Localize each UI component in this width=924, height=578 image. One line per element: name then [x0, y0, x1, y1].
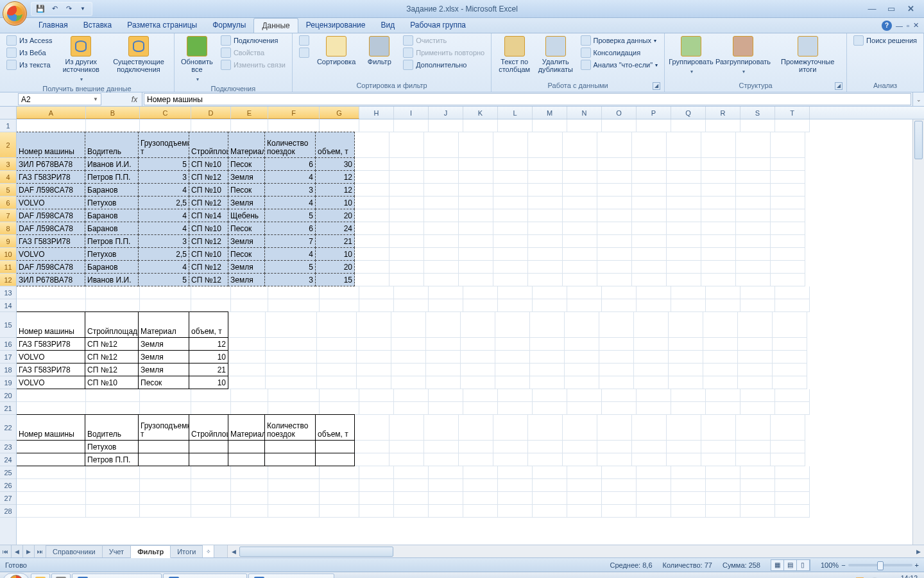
cell[interactable]: [597, 415, 632, 441]
cell[interactable]: [391, 351, 426, 363]
remove-duplicates-button[interactable]: Удалить дубликаты: [536, 35, 575, 74]
save-icon[interactable]: 💾: [35, 4, 46, 14]
cell[interactable]: [389, 441, 424, 453]
cell[interactable]: 10: [189, 350, 228, 363]
cell[interactable]: Материал: [228, 132, 265, 158]
cell[interactable]: [602, 389, 637, 402]
cell[interactable]: [86, 389, 140, 402]
cell[interactable]: [563, 453, 597, 466]
cell[interactable]: [268, 505, 320, 518]
cell[interactable]: [389, 261, 424, 274]
cell[interactable]: [563, 261, 597, 274]
cell[interactable]: [528, 132, 563, 158]
cell[interactable]: СП №10: [189, 247, 228, 261]
cell[interactable]: [706, 286, 740, 299]
cell[interactable]: [602, 402, 637, 415]
cell[interactable]: [320, 402, 359, 415]
cell[interactable]: 4: [264, 196, 316, 209]
cell[interactable]: Материал: [228, 414, 265, 441]
cell[interactable]: [530, 312, 565, 338]
cell[interactable]: [17, 402, 86, 415]
cell[interactable]: [495, 363, 530, 376]
cell[interactable]: ГАЗ Г583РИ78: [17, 363, 85, 376]
cell[interactable]: 6: [264, 222, 316, 235]
cell[interactable]: [736, 441, 771, 453]
cell[interactable]: [355, 415, 389, 441]
cell[interactable]: [86, 299, 140, 312]
cell[interactable]: [701, 453, 736, 466]
minimize-icon[interactable]: —: [865, 4, 879, 13]
cell[interactable]: [771, 222, 805, 235]
cell[interactable]: [775, 492, 810, 505]
row-header[interactable]: 24: [0, 453, 16, 466]
cell[interactable]: [459, 197, 493, 209]
cell[interactable]: [597, 209, 632, 222]
cell[interactable]: [671, 286, 706, 299]
consolidate-button[interactable]: Консолидация: [578, 47, 661, 58]
cell[interactable]: Петухов: [85, 196, 139, 209]
cell[interactable]: VOLVO: [17, 196, 85, 209]
cell[interactable]: [740, 402, 775, 415]
cell[interactable]: [268, 389, 320, 402]
cell[interactable]: [424, 184, 459, 197]
cell[interactable]: [738, 376, 773, 389]
cell[interactable]: 15: [315, 273, 355, 286]
cell[interactable]: [389, 248, 424, 261]
cell[interactable]: [140, 389, 191, 402]
cell[interactable]: [459, 184, 493, 197]
cell[interactable]: [391, 363, 426, 376]
cell[interactable]: [597, 158, 632, 171]
cell[interactable]: [563, 171, 597, 184]
column-header[interactable]: B: [86, 107, 140, 119]
cell[interactable]: [86, 402, 140, 415]
cell[interactable]: [637, 286, 671, 299]
cell[interactable]: [775, 299, 810, 312]
close-icon[interactable]: ✕: [903, 4, 918, 13]
cell[interactable]: [461, 363, 495, 376]
row-header[interactable]: 28: [0, 505, 16, 518]
column-header[interactable]: R: [706, 107, 740, 119]
cell[interactable]: [667, 235, 701, 248]
cell[interactable]: [429, 466, 463, 479]
tab-Вид[interactable]: Вид: [373, 18, 402, 33]
cell[interactable]: [775, 119, 810, 132]
cell[interactable]: [602, 466, 637, 479]
row-header[interactable]: 14: [0, 299, 16, 312]
cell[interactable]: [495, 351, 530, 363]
cell[interactable]: Стройплощадка: [189, 132, 228, 158]
cell[interactable]: [357, 376, 391, 389]
cell[interactable]: [268, 492, 320, 505]
column-header[interactable]: S: [740, 107, 775, 119]
cell[interactable]: [86, 286, 140, 299]
cell[interactable]: [567, 402, 602, 415]
cell[interactable]: 12: [315, 183, 355, 197]
cell[interactable]: [632, 453, 667, 466]
cell[interactable]: [359, 505, 394, 518]
cell[interactable]: [634, 363, 669, 376]
cell[interactable]: [706, 492, 740, 505]
cell[interactable]: [231, 479, 268, 492]
cell[interactable]: [597, 453, 632, 466]
cell[interactable]: [667, 132, 701, 158]
cell[interactable]: СП №10: [189, 157, 228, 171]
cell[interactable]: Петров П.П.: [85, 453, 139, 466]
cell[interactable]: ЗИЛ Р678ВА78: [17, 273, 85, 286]
cell[interactable]: [637, 466, 671, 479]
cell[interactable]: [667, 197, 701, 209]
cell[interactable]: DAF Л598СА78: [17, 209, 85, 222]
cell[interactable]: [528, 415, 563, 441]
cell[interactable]: СП №12: [189, 273, 228, 286]
cell[interactable]: [140, 402, 191, 415]
cell[interactable]: [394, 389, 429, 402]
cell[interactable]: [771, 171, 805, 184]
cell[interactable]: [389, 235, 424, 248]
cell[interactable]: VOLVO: [17, 247, 85, 261]
cell[interactable]: [528, 235, 563, 248]
cell[interactable]: [738, 312, 773, 338]
cell[interactable]: [602, 479, 637, 492]
cell[interactable]: [771, 235, 805, 248]
cell[interactable]: 2,5: [138, 196, 189, 209]
cell[interactable]: Песок: [228, 183, 265, 197]
cell[interactable]: [264, 440, 316, 453]
cell[interactable]: [637, 402, 671, 415]
